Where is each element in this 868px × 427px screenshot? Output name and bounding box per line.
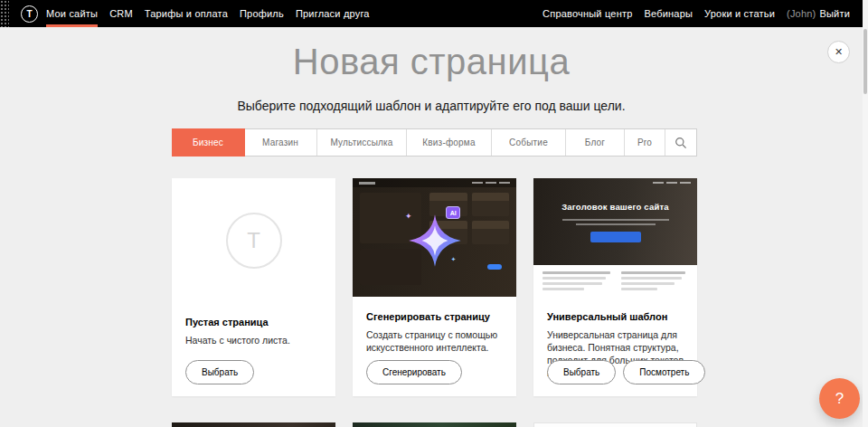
ai-template-preview[interactable]: ✦ ✦ AI bbox=[353, 178, 516, 297]
question-mark-icon: ? bbox=[835, 390, 844, 408]
tab-event[interactable]: Событие bbox=[492, 129, 566, 156]
template-category-tabs: Бизнес Магазин Мультиссылка Квиз-форма С… bbox=[172, 128, 697, 157]
card-title: Пустая страница bbox=[185, 317, 322, 327]
preview-cta-button-placeholder bbox=[590, 232, 641, 242]
mini-nav-link-placeholder bbox=[486, 182, 496, 184]
preview-text-line-placeholder bbox=[562, 219, 669, 221]
page-subtitle: Выберите подходящий шаблон и адаптируйте… bbox=[0, 99, 863, 113]
preview-text-column bbox=[621, 271, 689, 290]
preview-blue-button-placeholder bbox=[487, 264, 502, 270]
card-actions: Выбрать Посмотреть bbox=[547, 360, 705, 384]
generate-button[interactable]: Сгенерировать bbox=[366, 360, 462, 384]
scrollbar-thumb[interactable] bbox=[863, 29, 867, 94]
mini-logo-placeholder bbox=[359, 182, 375, 185]
preview-text-section bbox=[533, 265, 697, 297]
nav-item-tariffs[interactable]: Тарифы и оплата bbox=[145, 0, 228, 27]
mini-nav-link-placeholder bbox=[680, 182, 691, 184]
text-line-placeholder bbox=[542, 288, 584, 290]
mini-nav-link-placeholder bbox=[472, 182, 483, 184]
tab-quiz-form[interactable]: Квиз-форма bbox=[407, 129, 492, 156]
tab-blog[interactable]: Блог bbox=[566, 129, 625, 156]
search-icon bbox=[675, 137, 687, 149]
template-cards-row: T Пустая страница Начать с чистого листа… bbox=[172, 178, 697, 396]
nav-item-invite-friend[interactable]: Пригласи друга bbox=[296, 0, 370, 27]
help-button[interactable]: ? bbox=[819, 378, 860, 419]
card-description: Создать страницу с помощью искусственног… bbox=[366, 328, 503, 354]
view-universal-button[interactable]: Посмотреть bbox=[623, 360, 705, 384]
secondary-nav: Справочный центр Вебинары Уроки и статьи… bbox=[542, 0, 863, 27]
tab-pro[interactable]: Pro bbox=[625, 129, 665, 156]
nav-item-profile[interactable]: Профиль bbox=[240, 0, 284, 27]
card-title: Универсальный шаблон bbox=[547, 311, 684, 322]
tab-multilink[interactable]: Мультиссылка bbox=[317, 129, 407, 156]
card-actions: Сгенерировать bbox=[366, 360, 462, 384]
username-label: (John) bbox=[787, 8, 816, 19]
tilda-logo[interactable]: T bbox=[21, 5, 38, 23]
preview-mini-navbar bbox=[533, 178, 697, 187]
text-line-placeholder bbox=[621, 288, 658, 290]
preview-card-placeholder bbox=[472, 221, 510, 244]
nav-item-my-sites[interactable]: Мои сайты bbox=[46, 0, 98, 27]
text-line-placeholder bbox=[621, 277, 682, 280]
nav-item-help-center[interactable]: Справочный центр bbox=[542, 0, 632, 27]
logout-label: Выйти bbox=[819, 8, 850, 19]
mini-nav-link-placeholder bbox=[653, 182, 664, 184]
preview-text-column bbox=[542, 271, 610, 290]
preview-text-line-placeholder bbox=[576, 223, 656, 225]
template-card-partial[interactable] bbox=[353, 422, 516, 427]
mini-nav-link-placeholder bbox=[499, 182, 510, 184]
page-title: Новая страница bbox=[0, 42, 863, 82]
template-card-blank: T Пустая страница Начать с чистого листа… bbox=[172, 178, 335, 396]
nav-item-webinars[interactable]: Вебинары bbox=[644, 0, 693, 27]
card-actions: Выбрать bbox=[185, 360, 254, 384]
universal-template-preview[interactable]: Заголовок вашего сайта bbox=[533, 178, 697, 297]
template-card-partial[interactable] bbox=[172, 422, 335, 427]
preview-hero: Заголовок вашего сайта bbox=[533, 178, 697, 265]
scrollbar-track[interactable] bbox=[863, 0, 868, 427]
tilda-mark-icon: T bbox=[226, 213, 282, 269]
ai-badge: AI bbox=[446, 206, 460, 219]
select-universal-button[interactable]: Выбрать bbox=[547, 360, 616, 384]
card-title: Сгенерировать страницу bbox=[366, 311, 503, 322]
nav-item-crm[interactable]: CRM bbox=[109, 0, 133, 27]
text-line-placeholder bbox=[542, 282, 602, 285]
blank-template-preview[interactable]: T bbox=[172, 178, 335, 302]
template-card-partial[interactable] bbox=[533, 422, 697, 427]
template-card-universal: Заголовок вашего сайта bbox=[533, 178, 697, 396]
select-blank-button[interactable]: Выбрать bbox=[185, 360, 254, 384]
text-line-placeholder bbox=[621, 282, 675, 285]
preview-site-heading: Заголовок вашего сайта bbox=[533, 202, 697, 212]
search-tab[interactable] bbox=[665, 129, 696, 156]
main-nav: Мои сайты CRM Тарифы и оплата Профиль Пр… bbox=[46, 0, 370, 27]
topbar: T Мои сайты CRM Тарифы и оплата Профиль … bbox=[0, 0, 863, 27]
corner-texture bbox=[0, 0, 9, 27]
nav-item-logout[interactable]: (John) Выйти bbox=[787, 0, 850, 27]
preview-card-placeholder bbox=[472, 193, 510, 216]
sparkle-icon: ✦ bbox=[451, 256, 457, 263]
app-screen: T Мои сайты CRM Тарифы и оплата Профиль … bbox=[0, 0, 868, 427]
card-description: Начать с чистого листа. bbox=[185, 334, 322, 346]
text-line-placeholder bbox=[621, 271, 686, 274]
text-line-placeholder bbox=[542, 271, 610, 274]
tab-shop[interactable]: Магазин bbox=[244, 129, 317, 156]
template-card-ai: ✦ ✦ AI Сгенерировать страницу Создать ст… bbox=[353, 178, 516, 396]
template-cards-row-2 bbox=[172, 422, 697, 427]
tab-business[interactable]: Бизнес bbox=[173, 129, 244, 156]
nav-item-lessons[interactable]: Уроки и статьи bbox=[704, 0, 775, 27]
sparkle-icon: ✦ bbox=[405, 212, 412, 221]
text-line-placeholder bbox=[542, 277, 606, 280]
preview-mini-navbar bbox=[353, 178, 516, 187]
mini-nav-link-placeholder bbox=[666, 182, 677, 184]
